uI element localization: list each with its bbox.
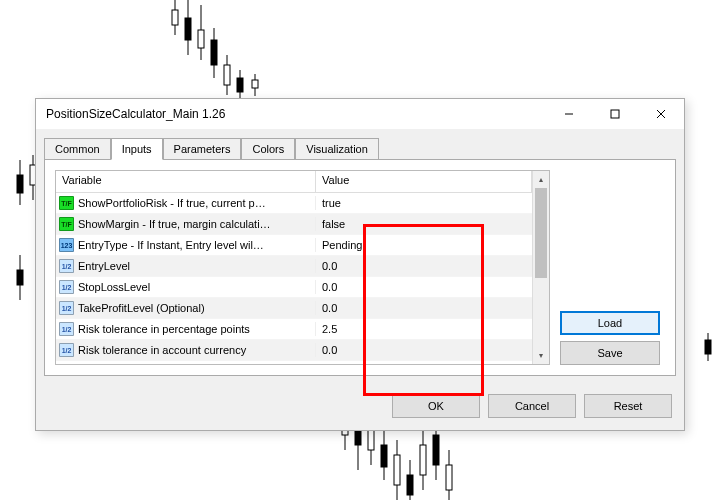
svg-rect-33 [420, 445, 426, 475]
variable-label: Risk tolerance in account currency [78, 344, 246, 356]
svg-rect-7 [211, 40, 217, 65]
close-button[interactable] [638, 99, 684, 129]
titlebar: PositionSizeCalculator_Main 1.26 [36, 99, 684, 129]
value-cell[interactable]: 0.0 [316, 281, 532, 293]
value-cell[interactable]: true [316, 197, 532, 209]
value-cell[interactable]: 0.0 [316, 260, 532, 272]
grid-row[interactable]: T/FShowPortfolioRisk - If true, current … [56, 193, 532, 214]
variable-label: StopLossLevel [78, 281, 150, 293]
scroll-down-icon[interactable]: ▾ [533, 347, 549, 364]
svg-rect-19 [17, 270, 23, 285]
num-type-icon: 1/2 [59, 343, 74, 357]
bool-type-icon: T/F [59, 217, 74, 231]
num-type-icon: 1/2 [59, 322, 74, 336]
tab-colors[interactable]: Colors [241, 138, 295, 160]
svg-rect-9 [224, 65, 230, 85]
tab-panel-inputs: Variable Value T/FShowPortfolioRisk - If… [44, 159, 676, 376]
inputs-grid[interactable]: Variable Value T/FShowPortfolioRisk - If… [55, 170, 550, 365]
svg-rect-15 [17, 175, 23, 193]
num-type-icon: 1/2 [59, 259, 74, 273]
tab-inputs[interactable]: Inputs [111, 138, 163, 160]
value-cell[interactable]: 0.0 [316, 344, 532, 356]
bool-type-icon: T/F [59, 196, 74, 210]
svg-rect-1 [172, 10, 178, 25]
grid-row[interactable]: T/FShowMargin - If true, margin calculat… [56, 214, 532, 235]
svg-rect-27 [381, 445, 387, 467]
grid-header: Variable Value [56, 171, 532, 193]
svg-rect-39 [705, 340, 711, 354]
svg-rect-41 [611, 110, 619, 118]
load-button[interactable]: Load [560, 311, 660, 335]
grid-row[interactable]: 1/2Risk tolerance in percentage points2.… [56, 319, 532, 340]
grid-row[interactable]: 1/2Risk tolerance in account currency0.0 [56, 340, 532, 361]
tab-common[interactable]: Common [44, 138, 111, 160]
maximize-button[interactable] [592, 99, 638, 129]
grid-row[interactable]: 1/2StopLossLevel0.0 [56, 277, 532, 298]
properties-dialog: PositionSizeCalculator_Main 1.26 Common … [35, 98, 685, 431]
value-cell[interactable]: 0.0 [316, 302, 532, 314]
save-button[interactable]: Save [560, 341, 660, 365]
grid-row[interactable]: 123EntryType - If Instant, Entry level w… [56, 235, 532, 256]
svg-rect-31 [407, 475, 413, 495]
value-cell[interactable]: 2.5 [316, 323, 532, 335]
num-type-icon: 1/2 [59, 280, 74, 294]
reset-button[interactable]: Reset [584, 394, 672, 418]
svg-rect-35 [433, 435, 439, 465]
tab-strip: Common Inputs Parameters Colors Visualiz… [36, 129, 684, 159]
minimize-button[interactable] [546, 99, 592, 129]
variable-label: Risk tolerance in percentage points [78, 323, 250, 335]
num-type-icon: 1/2 [59, 301, 74, 315]
grid-row[interactable]: 1/2EntryLevel0.0 [56, 256, 532, 277]
scrollbar[interactable]: ▴ ▾ [532, 171, 549, 364]
svg-rect-37 [446, 465, 452, 490]
tab-parameters[interactable]: Parameters [163, 138, 242, 160]
svg-rect-13 [252, 80, 258, 88]
tab-visualization[interactable]: Visualization [295, 138, 379, 160]
col-header-value[interactable]: Value [316, 171, 532, 192]
variable-label: ShowMargin - If true, margin calculati… [78, 218, 271, 230]
col-header-variable[interactable]: Variable [56, 171, 316, 192]
variable-label: EntryType - If Instant, Entry level wil… [78, 239, 264, 251]
enum-type-icon: 123 [59, 238, 74, 252]
scroll-up-icon[interactable]: ▴ [533, 171, 549, 188]
grid-row[interactable]: 1/2TakeProfitLevel (Optional)0.0 [56, 298, 532, 319]
svg-rect-29 [394, 455, 400, 485]
svg-rect-11 [237, 78, 243, 92]
scroll-thumb[interactable] [535, 188, 547, 278]
value-cell[interactable]: Pending [316, 239, 532, 251]
cancel-button[interactable]: Cancel [488, 394, 576, 418]
variable-label: ShowPortfolioRisk - If true, current p… [78, 197, 266, 209]
dialog-buttons: OK Cancel Reset [36, 384, 684, 430]
variable-label: TakeProfitLevel (Optional) [78, 302, 205, 314]
window-title: PositionSizeCalculator_Main 1.26 [46, 107, 546, 121]
variable-label: EntryLevel [78, 260, 130, 272]
ok-button[interactable]: OK [392, 394, 480, 418]
svg-rect-3 [185, 18, 191, 40]
value-cell[interactable]: false [316, 218, 532, 230]
svg-rect-5 [198, 30, 204, 48]
